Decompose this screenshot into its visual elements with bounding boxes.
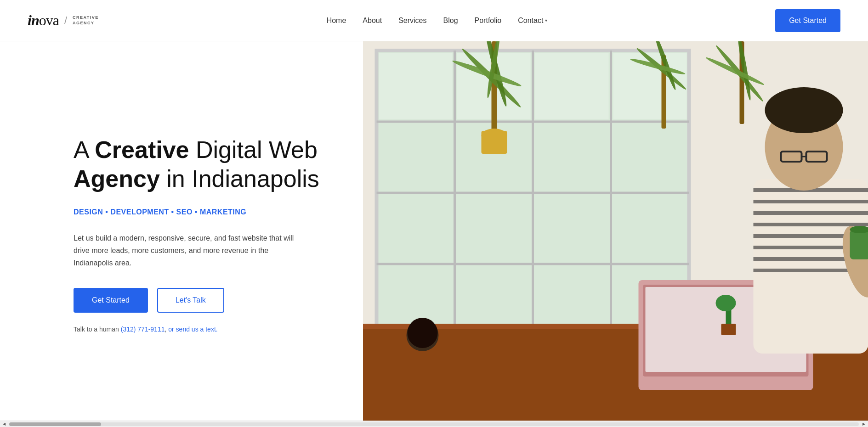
scroll-left-arrow[interactable]: ◀: [1, 421, 7, 427]
hero-phone-link[interactable]: (312) 771-9111: [121, 326, 165, 333]
scroll-track[interactable]: [9, 422, 859, 426]
logo-brand: inova: [28, 12, 59, 29]
logo-divider: /: [64, 15, 67, 27]
hero-services-tagline: DESIGN • DEVELOPMENT • SEO • MARKETING: [74, 206, 326, 219]
hero-contact-prefix: Talk to a human: [74, 326, 121, 333]
nav-about[interactable]: About: [363, 17, 382, 25]
horizontal-scrollbar[interactable]: ◀ ▶: [0, 421, 868, 427]
nav-home[interactable]: Home: [327, 17, 346, 25]
svg-rect-56: [721, 324, 736, 335]
hero-heading-part2: Digital Web: [189, 136, 318, 163]
svg-rect-39: [754, 200, 868, 203]
svg-rect-27: [482, 131, 507, 154]
hero-cta-buttons: Get Started Let's Talk: [74, 288, 326, 313]
nav-portfolio[interactable]: Portfolio: [475, 17, 502, 25]
header-get-started-button[interactable]: Get Started: [775, 9, 840, 32]
hero-image: [363, 41, 868, 427]
logo: inova / CREATIVE AGENCY: [28, 12, 99, 29]
logo-tagline: CREATIVE AGENCY: [73, 15, 99, 26]
hero-get-started-button[interactable]: Get Started: [74, 288, 148, 313]
svg-rect-11: [535, 53, 609, 119]
hero-text-link[interactable]: or send us a text.: [168, 326, 217, 333]
nav-contact-label: Contact: [518, 17, 543, 25]
scroll-thumb[interactable]: [9, 422, 101, 426]
svg-rect-40: [754, 211, 868, 215]
scroll-right-arrow[interactable]: ▶: [861, 421, 867, 427]
main-content: A Creative Digital WebAgency in Indianap…: [0, 41, 868, 427]
hero-illustration: [363, 41, 868, 427]
main-nav: Home About Services Blog Portfolio Conta…: [327, 17, 548, 25]
hero-heading-bold2: Agency: [74, 165, 160, 192]
nav-services[interactable]: Services: [398, 17, 426, 25]
svg-rect-52: [850, 230, 868, 259]
nav-contact-dropdown[interactable]: Contact ▾: [518, 17, 547, 25]
hero-description: Let us build a modern, responsive, secur…: [74, 232, 303, 270]
svg-point-47: [765, 87, 843, 133]
site-header: inova / CREATIVE AGENCY Home About Servi…: [0, 0, 868, 41]
svg-point-55: [716, 295, 736, 311]
hero-heading-part1: A: [74, 136, 95, 163]
hero-lets-talk-button[interactable]: Let's Talk: [157, 288, 224, 313]
hero-section: A Creative Digital WebAgency in Indianap…: [0, 41, 363, 427]
svg-point-31: [408, 318, 438, 348]
hero-contact-info: Talk to a human (312) 771-9111, or send …: [74, 326, 326, 333]
hero-heading-part3: in Indianapolis: [160, 165, 319, 192]
hero-heading: A Creative Digital WebAgency in Indianap…: [74, 135, 326, 193]
hero-image-background: [363, 41, 868, 427]
svg-rect-9: [379, 53, 453, 119]
chevron-down-icon: ▾: [545, 18, 547, 23]
hero-heading-bold1: Creative: [95, 136, 189, 163]
nav-blog[interactable]: Blog: [443, 17, 458, 25]
svg-rect-41: [754, 223, 868, 226]
